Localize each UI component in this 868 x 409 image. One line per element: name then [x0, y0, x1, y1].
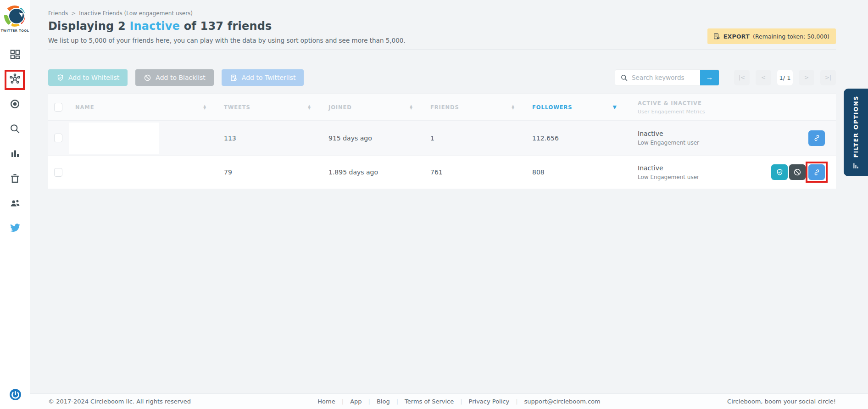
sidebar-item-delete[interactable] [0, 167, 30, 191]
column-header-followers[interactable]: FOLLOWERS [532, 104, 572, 111]
dashboard-grid-icon [9, 49, 21, 62]
export-icon [713, 33, 720, 40]
ban-icon [144, 74, 151, 82]
sidebar-item-twitter[interactable] [0, 216, 30, 241]
column-header-tweets[interactable]: TWEETS [224, 104, 250, 111]
row-checkbox[interactable] [54, 134, 62, 142]
search-icon [9, 123, 21, 136]
open-profile-link-button[interactable] [808, 164, 825, 180]
power-icon [9, 388, 22, 403]
pagination-first-button[interactable]: |< [734, 70, 750, 85]
tweets-value: 113 [224, 134, 236, 142]
footer-link-app[interactable]: App [350, 398, 362, 405]
breadcrumb-inactive-friends: Inactive Friends (Low engagement users) [79, 10, 193, 17]
export-note: (Remaining token: 50.000) [753, 33, 829, 40]
circleboom-logo[interactable]: TWITTER TOOL [1, 6, 29, 33]
footer-separator: | [396, 398, 398, 405]
sidebar-item-stats[interactable] [0, 142, 30, 167]
filter-options-panel[interactable]: FILTER OPTIONS [844, 89, 868, 176]
column-header-active-inactive: ACTIVE & INACTIVE User Engagement Metric… [624, 100, 752, 115]
add-to-twitterlist-label: Add to Twitterlist [242, 74, 296, 81]
search-input[interactable] [632, 74, 700, 81]
footer-link-home[interactable]: Home [317, 398, 335, 405]
export-button[interactable]: EXPORT (Remaining token: 50.000) [707, 28, 836, 44]
footer-link-blog[interactable]: Blog [377, 398, 390, 405]
followers-value: 112.656 [532, 134, 559, 142]
sort-arrows-tweets[interactable]: ▲▼ [308, 105, 311, 109]
friends-value: 761 [430, 168, 443, 176]
filter-options-label: FILTER OPTIONS [852, 95, 859, 158]
pagination: |< < 1/ 1 > >| [734, 70, 836, 85]
footer-link-support-email[interactable]: support@circleboom.com [524, 398, 601, 405]
footer-separator: | [368, 398, 370, 405]
sidebar-item-target[interactable] [0, 92, 30, 117]
shield-check-icon [56, 74, 64, 82]
add-to-twitterlist-button[interactable]: Add to Twitterlist [222, 69, 304, 86]
footer-link-terms[interactable]: Terms of Service [405, 398, 454, 405]
select-all-checkbox[interactable] [54, 103, 62, 112]
title-highlight: Inactive [129, 20, 180, 33]
blacklist-row-button[interactable] [789, 164, 806, 180]
followers-value: 808 [532, 168, 545, 176]
breadcrumb: Friends > Inactive Friends (Low engageme… [48, 10, 836, 17]
footer-links: Home | App | Blog | Terms of Service | P… [317, 398, 600, 405]
pagination-prev-button[interactable]: < [756, 70, 771, 85]
row-checkbox[interactable] [54, 168, 62, 177]
friends-table: NAME ▲▼ TWEETS ▲▼ JOINED ▲▼ FRIENDS ▲▼ F… [48, 94, 836, 189]
annotation-red-box-sidebar [5, 70, 25, 90]
page-header: Displaying 2 Inactive of 137 friends We … [48, 20, 836, 44]
title-prefix: Displaying 2 [48, 20, 129, 33]
sort-desc-icon-followers[interactable]: ▼ [613, 104, 617, 110]
joined-value: 1.895 days ago [328, 168, 378, 176]
link-icon [813, 168, 821, 176]
bar-chart-icon [10, 148, 21, 161]
toolbar: Add to Whitelist Add to Blacklist [48, 69, 836, 86]
link-icon [813, 134, 821, 142]
annotation-red-box-link-button [806, 162, 828, 183]
sidebar-item-network[interactable] [0, 67, 30, 92]
active-inactive-label: ACTIVE & INACTIVE [638, 100, 752, 106]
search-magnifier-icon [620, 74, 628, 82]
sidebar-item-users[interactable] [0, 191, 30, 216]
add-to-blacklist-label: Add to Blacklist [156, 74, 206, 81]
footer-link-privacy[interactable]: Privacy Policy [469, 398, 510, 405]
page-subtitle: We list up to 5,000 of your friends here… [48, 37, 406, 44]
status-sublabel: Low Engagement user [638, 174, 752, 180]
add-to-whitelist-button[interactable]: Add to Whitelist [48, 69, 128, 86]
sidebar-item-logout[interactable] [9, 388, 22, 403]
name-cell-redacted [69, 123, 159, 154]
column-header-friends[interactable]: FRIENDS [430, 104, 459, 111]
sidebar: TWITTER TOOL [0, 0, 30, 409]
target-icon [9, 98, 21, 112]
breadcrumb-separator: > [71, 10, 76, 17]
pagination-current-page: 1/ 1 [777, 70, 793, 85]
footer: © 2017-2024 Circleboom llc. All rights r… [30, 393, 868, 409]
whitelist-row-button[interactable] [771, 164, 788, 180]
main-area: Friends > Inactive Friends (Low engageme… [30, 0, 868, 409]
filter-lines-icon [852, 162, 859, 169]
circleboom-logo-mark [4, 6, 25, 27]
footer-separator: | [342, 398, 344, 405]
toolbar-right: → |< < 1/ 1 > >| [615, 69, 836, 86]
filter-options-inner: FILTER OPTIONS [852, 95, 859, 169]
sort-arrows-friends[interactable]: ▲▼ [512, 105, 514, 109]
breadcrumb-friends[interactable]: Friends [48, 10, 68, 17]
status-cell: Inactive Low Engagement user [624, 164, 752, 180]
sidebar-item-dashboard[interactable] [0, 43, 30, 67]
open-profile-link-button[interactable] [808, 130, 825, 146]
search-submit-button[interactable]: → [700, 69, 719, 86]
sort-arrows-joined[interactable]: ▲▼ [410, 105, 412, 109]
tweets-value: 79 [224, 168, 232, 176]
sidebar-item-search[interactable] [0, 117, 30, 142]
pagination-last-button[interactable]: >| [820, 70, 836, 85]
joined-value: 915 days ago [328, 134, 372, 142]
sidebar-nav [0, 43, 30, 241]
add-to-blacklist-button[interactable]: Add to Blacklist [135, 69, 214, 86]
trash-icon [9, 173, 21, 186]
column-header-name[interactable]: NAME [75, 104, 94, 111]
shield-check-icon [776, 168, 784, 176]
active-inactive-sublabel: User Engagement Metrics [638, 109, 752, 115]
column-header-joined[interactable]: JOINED [328, 104, 352, 111]
pagination-next-button[interactable]: > [799, 70, 814, 85]
sort-arrows-name[interactable]: ▲▼ [203, 105, 206, 109]
